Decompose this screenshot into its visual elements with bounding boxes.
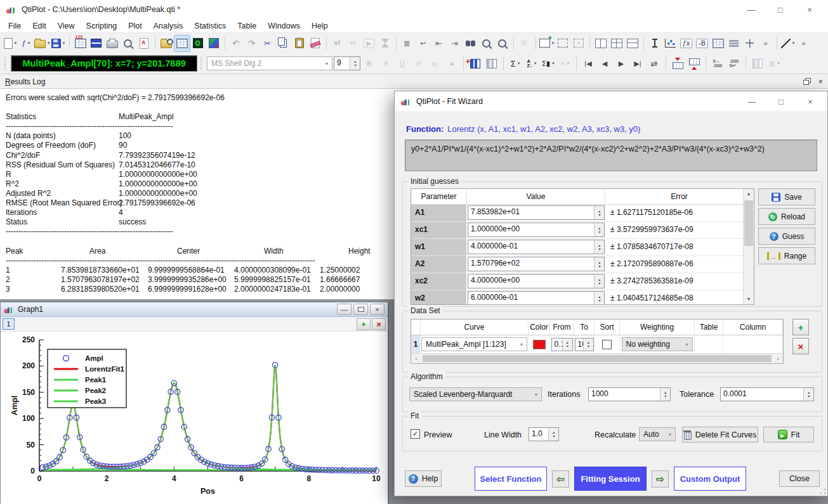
align-button[interactable]: ≣▾ bbox=[766, 56, 782, 72]
param-value-stepper[interactable]: 1.570796e+02▴▾ bbox=[468, 257, 605, 271]
more-plot-tools-button[interactable]: » bbox=[758, 36, 773, 51]
import-ascii-button[interactable] bbox=[73, 36, 88, 51]
recalculate-select[interactable]: Auto▾ bbox=[639, 427, 676, 441]
line-width-stepper[interactable]: 1.0▴▾ bbox=[529, 427, 559, 441]
column-statistics-button[interactable]: Σ▮▾ bbox=[541, 56, 556, 72]
plot-area[interactable]: 0246810050100150200250AmplLorentzFit1Pea… bbox=[1, 332, 388, 504]
sort-checkbox[interactable] bbox=[602, 340, 612, 349]
new-legend-button[interactable]: -B bbox=[695, 36, 710, 51]
menu-scripting[interactable]: Scripting bbox=[81, 22, 123, 30]
curve-color-swatch[interactable] bbox=[533, 340, 546, 349]
guess-row[interactable]: w26.000000e-01▴▾± 1.0404517124685e-08 bbox=[411, 290, 754, 305]
close-dock-icon[interactable]: × bbox=[818, 77, 823, 86]
export-pdf-button[interactable] bbox=[136, 36, 152, 51]
vertical-scrollbar[interactable]: ▲ ▼ bbox=[743, 189, 754, 304]
arrange-layers-button[interactable] bbox=[555, 36, 570, 51]
data-set-row[interactable]: 1 MultiPeak_Ampl [1:123]▾ 0.1▴▾ 10▴▾ No … bbox=[411, 335, 783, 353]
float-dock-icon[interactable] bbox=[803, 80, 809, 85]
font-family-select[interactable]: MS Shell Dlg 2▾ bbox=[207, 56, 332, 70]
guess-button[interactable]: Guess bbox=[758, 228, 815, 245]
number-format-decimal-button[interactable]: .0000↵ bbox=[726, 56, 742, 72]
paste-button[interactable] bbox=[292, 36, 307, 51]
add-column-button[interactable] bbox=[468, 56, 483, 72]
param-value-stepper[interactable]: 4.000000e-01▴▾ bbox=[468, 240, 605, 254]
show-table-button[interactable] bbox=[174, 36, 190, 51]
paragraph-marks-button[interactable]: ≣ bbox=[400, 36, 415, 51]
layout-split-button[interactable] bbox=[593, 36, 608, 51]
remove-layer-icon[interactable]: × bbox=[372, 318, 386, 330]
param-value-stepper[interactable]: 4.000000e+00▴▾ bbox=[468, 274, 605, 288]
decrease-indent-button[interactable]: ⇤ bbox=[431, 36, 447, 51]
delete-fit-curves-button[interactable]: Delete Fit Curves bbox=[682, 427, 758, 443]
zoom-previous-button[interactable] bbox=[479, 36, 494, 51]
redo-button[interactable]: ↷ bbox=[244, 36, 260, 51]
data-set-table[interactable]: CurveColorFromToSortWeightingTableColumn… bbox=[411, 319, 784, 364]
param-value-stepper[interactable]: 1.000000e+00▴▾ bbox=[468, 223, 605, 237]
run-script-button[interactable]: ▶ bbox=[362, 36, 377, 51]
graph-window[interactable]: Graph1 — × 1 + × 0246810050100150200250A… bbox=[0, 302, 388, 503]
guess-row[interactable]: A21.570796e+02▴▾± 2.1720795890887e-06 bbox=[411, 256, 754, 273]
previous-page-arrow-icon[interactable]: ⇦ bbox=[552, 470, 569, 488]
italic-button[interactable]: It bbox=[378, 56, 393, 72]
menu-help[interactable]: Help bbox=[306, 22, 334, 30]
font-size-stepper[interactable]: 9 ▴▾ bbox=[334, 56, 360, 70]
dialog-maximize-icon[interactable]: □ bbox=[766, 97, 796, 107]
clear-cells-button[interactable] bbox=[308, 36, 323, 51]
menu-plot[interactable]: Plot bbox=[122, 22, 148, 30]
add-table-button[interactable] bbox=[711, 36, 726, 51]
menu-file[interactable]: File bbox=[3, 22, 27, 30]
new-project-button[interactable]: ▾ bbox=[3, 36, 18, 51]
iterations-stepper[interactable]: 1000▴▾ bbox=[588, 387, 671, 401]
tolerance-stepper[interactable]: 0.0001▴▾ bbox=[720, 387, 814, 401]
menu-edit[interactable]: Edit bbox=[27, 22, 52, 30]
curve-select[interactable]: MultiPeak_Ampl [1:123]▾ bbox=[421, 337, 527, 351]
draw-line-button[interactable]: ▾ bbox=[780, 36, 796, 51]
menu-table[interactable]: Table bbox=[232, 22, 262, 30]
select-function-button[interactable]: Select Function bbox=[475, 467, 547, 491]
error-bars-button[interactable] bbox=[647, 36, 662, 51]
guess-row[interactable]: A17.853982e+01▴▾± 1.6271175120185e-06 bbox=[411, 205, 754, 222]
go-first-button[interactable]: |◀ bbox=[581, 56, 596, 72]
add-layer-button[interactable]: ▾ bbox=[539, 36, 555, 51]
layout-grid-button[interactable] bbox=[609, 36, 624, 51]
graph-minimize-icon[interactable]: — bbox=[337, 304, 352, 315]
project-explorer-button[interactable] bbox=[159, 36, 174, 51]
preview-checkbox[interactable]: ✓ bbox=[411, 429, 420, 439]
param-value-stepper[interactable]: 6.000000e-01▴▾ bbox=[468, 291, 605, 305]
weighting-select[interactable]: No weighting▾ bbox=[622, 337, 693, 351]
graph-close-icon[interactable]: × bbox=[370, 304, 384, 315]
swap-columns-button[interactable]: ⇄ bbox=[647, 56, 662, 72]
resize-grip[interactable] bbox=[820, 488, 826, 494]
graph-titlebar[interactable]: Graph1 — × bbox=[1, 302, 388, 317]
add-formula-button[interactable]: ƒx bbox=[679, 36, 694, 51]
graph-restore-icon[interactable] bbox=[353, 304, 368, 315]
layout-rows-button[interactable] bbox=[625, 36, 640, 51]
bold-button[interactable]: B bbox=[362, 56, 377, 72]
print-button[interactable] bbox=[105, 36, 120, 51]
fit-button[interactable]: Fit bbox=[763, 427, 814, 443]
cut-button[interactable]: ✂ bbox=[260, 36, 275, 51]
copy-button[interactable] bbox=[276, 36, 291, 51]
menu-analysis[interactable]: Analysis bbox=[148, 22, 189, 30]
recalculate-all-button[interactable]: =! bbox=[346, 36, 361, 51]
minimize-icon[interactable]: — bbox=[737, 5, 766, 15]
guess-row[interactable]: xc11.000000e+00▴▾± 3.5729959973637e-09 bbox=[411, 222, 754, 239]
legend[interactable]: AmplLorentzFit1Peak1Peak2Peak3 bbox=[48, 349, 126, 408]
fitting-session-button[interactable]: Fitting Session bbox=[574, 467, 647, 491]
undo-button[interactable]: ↶ bbox=[228, 36, 244, 51]
column-width-button[interactable] bbox=[750, 56, 765, 72]
dialog-close-icon[interactable]: × bbox=[796, 97, 825, 107]
wrap-lines-button[interactable]: ↩ bbox=[416, 36, 431, 51]
next-page-arrow-icon[interactable]: ⇨ bbox=[652, 470, 669, 488]
print-preview-button[interactable] bbox=[121, 36, 136, 51]
busy-indicator-button[interactable] bbox=[378, 36, 393, 51]
remove-column-button[interactable]: ×▾ bbox=[557, 56, 572, 72]
open-project-button[interactable]: ▾ bbox=[34, 36, 50, 51]
toolbar-grip[interactable] bbox=[4, 57, 8, 70]
horizontal-scrollbar[interactable]: ‹› bbox=[411, 353, 783, 363]
param-value-stepper[interactable]: 7.853982e+01▴▾ bbox=[468, 205, 605, 220]
more-format-button[interactable]: » bbox=[444, 56, 459, 72]
add-row-below-button[interactable] bbox=[687, 56, 702, 72]
move-data-points-button[interactable] bbox=[742, 36, 758, 51]
add-row-above-button[interactable] bbox=[670, 56, 685, 72]
